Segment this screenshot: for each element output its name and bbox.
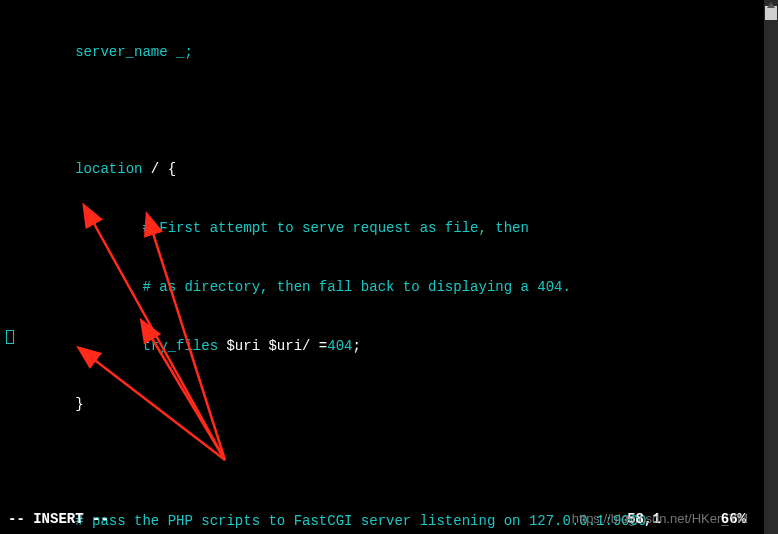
comment-line: # First attempt to serve request as file…	[8, 220, 529, 236]
code-editor[interactable]: server_name _; location / { # First atte…	[0, 0, 778, 534]
scroll-up-icon[interactable]	[767, 2, 775, 8]
watermark-text: https://blog.csdn.net/HKer_YM	[572, 510, 748, 528]
code-line: $uri $uri/ =	[218, 338, 327, 354]
code-line	[8, 161, 75, 177]
code-line: / {	[142, 161, 176, 177]
code-line: ;	[352, 338, 360, 354]
comment-line: # as directory, then fall back to displa…	[8, 279, 571, 295]
code-line: }	[8, 396, 84, 412]
vertical-scrollbar[interactable]	[764, 0, 778, 534]
code-line: server_name _;	[8, 44, 193, 60]
keyword-tryfiles: try_files	[142, 338, 218, 354]
number-literal: 404	[327, 338, 352, 354]
sign-column-marker	[6, 330, 14, 344]
vim-mode-indicator: -- INSERT --	[8, 510, 109, 530]
code-line	[8, 338, 142, 354]
keyword-location: location	[75, 161, 142, 177]
scroll-thumb[interactable]	[765, 6, 777, 20]
